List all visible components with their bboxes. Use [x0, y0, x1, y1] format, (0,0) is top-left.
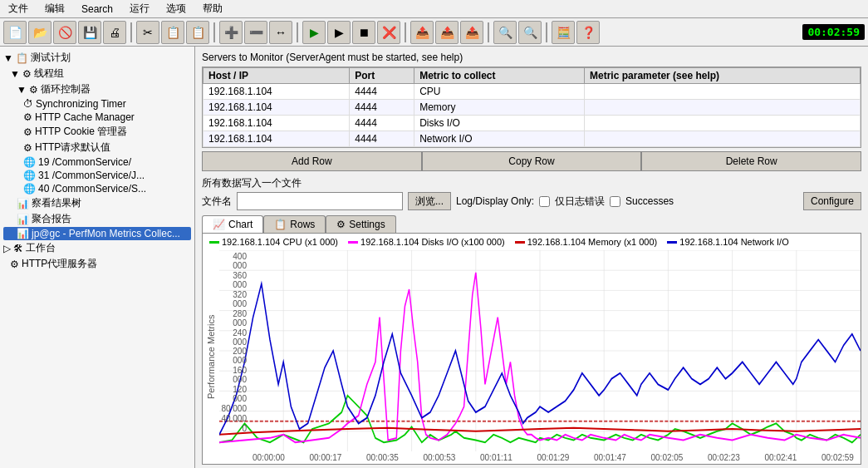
- threadgroup-label: 线程组: [34, 67, 64, 81]
- expand-workbench-icon: ▷: [3, 243, 11, 254]
- tree-item-threadgroup[interactable]: ▼ ⚙ 线程组: [3, 66, 191, 81]
- filename-input[interactable]: [237, 192, 403, 210]
- menu-edit[interactable]: 编辑: [40, 0, 70, 17]
- save-as-btn[interactable]: 🖨: [103, 21, 126, 44]
- log-display-label: Log/Display Only:: [456, 195, 534, 207]
- synctimer-icon: ⏱: [23, 98, 33, 110]
- tree-item-resultstree[interactable]: 📊 察看结果树: [3, 195, 191, 211]
- x-axis-label: 00:02:05: [651, 453, 684, 462]
- filename-label: 文件名: [202, 195, 232, 209]
- left-panel: ▼ 📋 测试计划 ▼ ⚙ 线程组 ▼ ⚙ 循环控制器 ⏱ Synchronizi…: [0, 47, 195, 468]
- lock2-btn[interactable]: 🔍: [518, 21, 542, 44]
- expand-btn[interactable]: ↔: [269, 21, 292, 44]
- sep1: [130, 22, 132, 42]
- tab-chart[interactable]: 📈 Chart: [202, 215, 263, 233]
- menu-options[interactable]: 选项: [161, 0, 191, 17]
- add-btn[interactable]: ➕: [219, 21, 243, 44]
- table-row[interactable]: 192.168.1.1044444CPU: [204, 84, 861, 100]
- run-btn[interactable]: ▶: [302, 21, 326, 44]
- tree-item-service40[interactable]: 🌐 40 /CommonService/S...: [3, 182, 191, 195]
- delete-row-btn[interactable]: Delete Row: [641, 151, 861, 171]
- paste-btn[interactable]: 📋: [186, 21, 209, 44]
- right-panel: Servers to Monitor (ServerAgent must be …: [195, 47, 868, 468]
- service40-label: 40 /CommonService/S...: [38, 183, 146, 195]
- menubar: 文件 编辑 Search 运行 选项 帮助: [0, 0, 868, 18]
- menu-run[interactable]: 运行: [125, 0, 154, 17]
- x-axis-label: 00:02:41: [765, 453, 797, 462]
- tree-item-service19[interactable]: 🌐 19 /CommonService/: [3, 155, 191, 169]
- cut-btn[interactable]: ✂: [136, 21, 159, 44]
- tree-item-synctimer[interactable]: ⏱ Synchronizing Timer: [3, 97, 191, 111]
- tab-rows[interactable]: 📋 Rows: [263, 215, 326, 233]
- menu-search[interactable]: Search: [76, 2, 118, 17]
- tree-item-cookie[interactable]: ⚙ HTTP Cookie 管理器: [3, 124, 191, 140]
- httpreq-label: HTTP请求默认值: [35, 140, 110, 155]
- loop-label: 循环控制器: [41, 82, 91, 96]
- loop-icon: ⚙: [29, 84, 38, 96]
- cookie-icon: ⚙: [23, 126, 32, 138]
- proxy-icon: ⚙: [10, 259, 19, 270]
- configure-btn[interactable]: Configure: [803, 192, 861, 210]
- close-btn[interactable]: 🚫: [53, 21, 76, 44]
- chart-legend: 192.168.1.104 CPU (x1 000)192.168.1.104 …: [203, 234, 861, 250]
- legend-item: 192.168.1.104 CPU (x1 000): [209, 237, 338, 247]
- server-monitor-header: Servers to Monitor (ServerAgent must be …: [195, 47, 868, 67]
- tree-item-service31[interactable]: 🌐 31 /CommonService/J...: [3, 169, 191, 182]
- tree-item-proxy[interactable]: ⚙ HTTP代理服务器: [3, 256, 191, 272]
- tree-item-aggregate[interactable]: 📊 聚合报告: [3, 211, 191, 227]
- tree-item-loop[interactable]: ▼ ⚙ 循环控制器: [3, 81, 191, 97]
- copy-btn[interactable]: 📋: [161, 21, 184, 44]
- remote-stop-btn[interactable]: 📤: [435, 21, 459, 44]
- y-axis-label: Performance Metrics: [203, 250, 219, 464]
- col-port: Port: [350, 68, 414, 84]
- remove-btn[interactable]: ➖: [244, 21, 267, 44]
- x-axis-label: 00:00:17: [310, 453, 342, 462]
- menu-help[interactable]: 帮助: [198, 0, 228, 17]
- x-axis-label: 00:01:47: [594, 453, 626, 462]
- service40-icon: 🌐: [23, 183, 36, 195]
- help-btn2[interactable]: ❓: [576, 21, 600, 44]
- aggregate-label: 聚合报告: [32, 212, 71, 226]
- errors-checkbox[interactable]: [539, 196, 550, 207]
- x-axis-label: 00:00:53: [424, 453, 456, 462]
- successes-checkbox[interactable]: [610, 196, 620, 207]
- table-cell: 4444: [350, 100, 414, 116]
- lock1-btn[interactable]: 🔍: [493, 21, 517, 44]
- elapsed-time: 00:02:59: [802, 24, 865, 40]
- table-cell: Network I/O: [414, 131, 585, 147]
- col-host: Host / IP: [204, 68, 350, 84]
- httpreq-icon: ⚙: [23, 142, 32, 154]
- browse-btn[interactable]: 浏览...: [408, 192, 451, 210]
- stop-btn[interactable]: ⏹: [352, 21, 375, 44]
- legend-label: 192.168.1.104 CPU (x1 000): [222, 237, 338, 247]
- tab-settings[interactable]: ⚙ Settings: [326, 215, 395, 233]
- open-btn[interactable]: 📂: [28, 21, 51, 44]
- tree-item-cache[interactable]: ⚙ HTTP Cache Manager: [3, 111, 191, 124]
- save-btn[interactable]: 💾: [78, 21, 101, 44]
- remote-clear-btn[interactable]: 📤: [460, 21, 483, 44]
- table-row[interactable]: 192.168.1.1044444Network I/O: [204, 131, 861, 147]
- table-row[interactable]: 192.168.1.1044444Disks I/O: [204, 116, 861, 131]
- copy-row-btn[interactable]: Copy Row: [422, 151, 642, 171]
- settings-tab-icon: ⚙: [336, 219, 346, 230]
- table-row[interactable]: 192.168.1.1044444Memory: [204, 100, 861, 116]
- chart-tab-icon: 📈: [213, 219, 225, 230]
- legend-item: 192.168.1.104 Memory (x1 000): [515, 237, 658, 247]
- tree-item-testplan[interactable]: ▼ 📋 测试计划: [3, 50, 191, 66]
- service19-label: 19 /CommonService/: [38, 156, 131, 168]
- new-btn[interactable]: 📄: [3, 21, 27, 44]
- remote-start-btn[interactable]: 📤: [410, 21, 434, 44]
- service31-label: 31 /CommonService/J...: [38, 170, 145, 181]
- menu-file[interactable]: 文件: [3, 0, 33, 17]
- table-cell: 192.168.1.104: [204, 116, 350, 131]
- shutdown-btn[interactable]: ❌: [377, 21, 400, 44]
- tree-item-workbench[interactable]: ▷ 🛠 工作台: [3, 240, 191, 256]
- add-row-btn[interactable]: Add Row: [202, 151, 422, 171]
- table-cell: 4444: [350, 84, 414, 100]
- tree-item-perfmon[interactable]: 📊 jp@gc - PerfMon Metrics Collec...: [3, 227, 191, 240]
- proxy-label: HTTP代理服务器: [22, 257, 97, 271]
- functions-btn[interactable]: 🧮: [552, 21, 575, 44]
- run2-btn[interactable]: ▶: [327, 21, 351, 44]
- tree-item-httpreq[interactable]: ⚙ HTTP请求默认值: [3, 140, 191, 155]
- chart-plot: 400 000360 000320 000280 000240 000200 0…: [219, 250, 861, 451]
